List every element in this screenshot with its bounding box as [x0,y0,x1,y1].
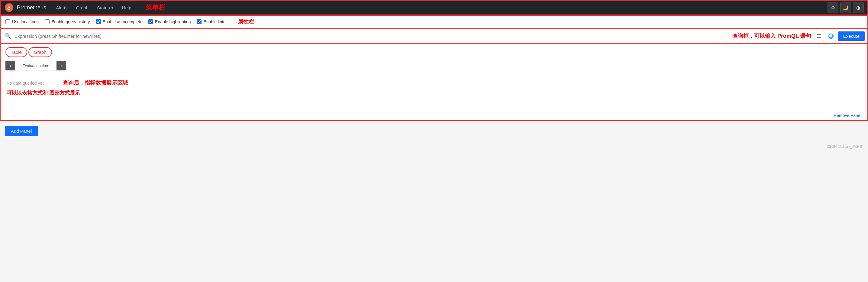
enable-autocomplete-label: Enable autocomplete [103,19,143,24]
search-icon: 🔍 [3,31,12,40]
chevron-right-icon: › [61,63,62,68]
footer-text: CSDN @shark_西瓜剧 [826,144,863,149]
enable-highlighting-label: Enable highlighting [155,19,191,24]
format-icon: ☰ [817,33,821,39]
enable-linter-item[interactable]: Enable linter [197,19,227,24]
add-panel-row: Add Panel [0,121,868,143]
svg-point-2 [8,7,10,8]
prometheus-logo [4,3,14,12]
search-input[interactable] [14,34,730,39]
nav-item-graph[interactable]: Graph [72,3,92,12]
query-right: ☰ 🌐 Execute [814,31,865,41]
contrast-button[interactable]: ◑ [853,2,864,13]
navbar-right: ⚙ 🌙 ◑ [828,2,864,13]
enable-highlighting-item[interactable]: Enable highlighting [148,19,191,24]
format-button[interactable]: ☰ [814,31,824,41]
nav-menu: Alerts Graph Status ▾ Help 菜单栏 [52,3,828,12]
add-panel-button[interactable]: Add Panel [5,126,38,136]
data-annotation-1: 查询后，指标数据展示区域 [63,79,128,87]
enable-linter-label: Enable linter [203,19,227,24]
enable-autocomplete-item[interactable]: Enable autocomplete [96,19,143,24]
footer: CSDN @shark_西瓜剧 [0,143,868,151]
nav-item-help[interactable]: Help [118,3,135,12]
settings-icon: ⚙ [831,5,835,10]
attribute-bar: Use local time Enable query history Enab… [0,15,868,28]
tabs-bar: Table Graph [1,44,867,57]
use-local-time-checkbox[interactable] [5,19,10,24]
eval-prev-button[interactable]: ‹ [5,61,15,70]
enable-query-history-checkbox[interactable] [45,19,50,24]
attr-bar-annotation: 属性栏 [238,18,254,25]
enable-query-history-item[interactable]: Enable query history [45,19,90,24]
chevron-left-icon: ‹ [10,63,11,68]
brand-name: Prometheus [17,4,46,11]
settings-button[interactable]: ⚙ [828,2,838,13]
use-local-time-label: Use local time [12,19,39,24]
nav-item-alerts[interactable]: Alerts [52,3,71,12]
enable-highlighting-checkbox[interactable] [148,19,153,24]
data-annotation-2: 可以以表格方式和 图形方式展示 [7,90,861,96]
eval-next-button[interactable]: › [57,61,66,70]
nav-item-status[interactable]: Status ▾ [93,3,117,12]
tab-graph[interactable]: Graph [28,47,52,57]
query-bar: 🔍 查询框，可以输入 PromQL 语句 ☰ 🌐 Execute [0,28,868,43]
query-annotation: 查询框，可以输入 PromQL 语句 [732,32,811,40]
globe-button[interactable]: 🌐 [826,31,836,41]
main-panel: Table Graph ‹ Evaluation time › No data … [0,43,868,121]
no-data-text: No data queried yet [7,81,43,86]
globe-icon: 🌐 [828,33,834,39]
use-local-time-item[interactable]: Use local time [5,19,39,24]
data-area: No data queried yet 查询后，指标数据展示区域 可以以表格方式… [1,74,867,111]
contrast-icon: ◑ [856,5,861,10]
enable-autocomplete-checkbox[interactable] [96,19,101,24]
remove-panel-link[interactable]: Remove Panel [834,113,861,118]
tab-table[interactable]: Table [5,47,27,57]
dropdown-caret-icon: ▾ [111,5,114,10]
dark-mode-button[interactable]: 🌙 [840,2,851,13]
evaluation-row: ‹ Evaluation time › [1,57,867,74]
remove-panel-row: Remove Panel [1,111,867,120]
enable-linter-checkbox[interactable] [197,19,202,24]
enable-query-history-label: Enable query history [51,19,90,24]
menu-annotation: 菜单栏 [145,3,165,12]
evaluation-time-label: Evaluation time [15,61,57,70]
navbar: Prometheus Alerts Graph Status ▾ Help 菜单… [0,0,868,15]
moon-icon: 🌙 [843,5,849,10]
execute-button[interactable]: Execute [838,31,865,41]
